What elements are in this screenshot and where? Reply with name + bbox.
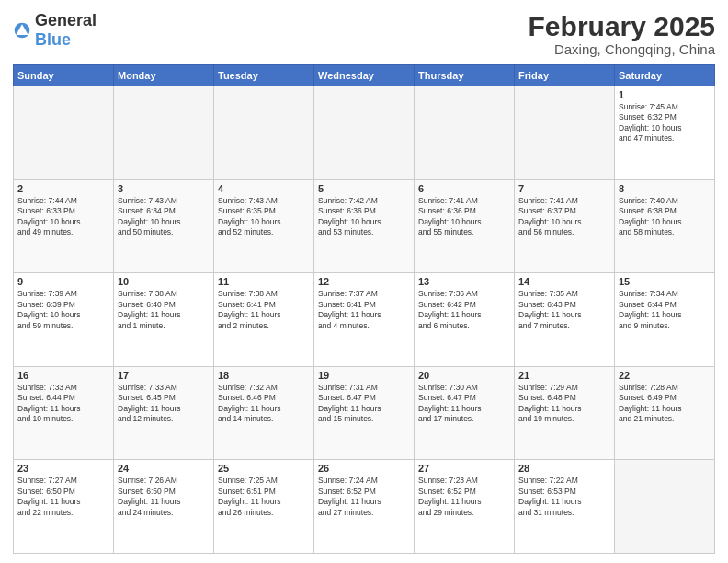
calendar-table: Sunday Monday Tuesday Wednesday Thursday… <box>13 64 715 554</box>
day-number: 26 <box>318 463 410 474</box>
table-row: 8Sunrise: 7:40 AM Sunset: 6:38 PM Daylig… <box>615 179 715 273</box>
day-info: Sunrise: 7:35 AM Sunset: 6:43 PM Dayligh… <box>518 289 610 331</box>
day-number: 16 <box>17 370 109 381</box>
calendar-week-row: 9Sunrise: 7:39 AM Sunset: 6:39 PM Daylig… <box>14 273 715 367</box>
day-number: 24 <box>118 463 210 474</box>
table-row: 7Sunrise: 7:41 AM Sunset: 6:37 PM Daylig… <box>515 179 615 273</box>
table-row: 21Sunrise: 7:29 AM Sunset: 6:48 PM Dayli… <box>515 366 615 460</box>
calendar-week-row: 1Sunrise: 7:45 AM Sunset: 6:32 PM Daylig… <box>14 86 715 180</box>
table-row: 23Sunrise: 7:27 AM Sunset: 6:50 PM Dayli… <box>14 460 114 554</box>
logo-blue: Blue <box>35 30 71 49</box>
day-info: Sunrise: 7:38 AM Sunset: 6:41 PM Dayligh… <box>218 289 310 331</box>
table-row: 25Sunrise: 7:25 AM Sunset: 6:51 PM Dayli… <box>214 460 314 554</box>
day-info: Sunrise: 7:37 AM Sunset: 6:41 PM Dayligh… <box>318 289 410 331</box>
table-row: 22Sunrise: 7:28 AM Sunset: 6:49 PM Dayli… <box>615 366 715 460</box>
col-thursday: Thursday <box>415 65 515 86</box>
logo-general: General <box>35 11 97 29</box>
day-number: 11 <box>218 276 310 287</box>
day-number: 3 <box>118 183 210 194</box>
day-number: 28 <box>518 463 610 474</box>
day-number: 13 <box>418 276 510 287</box>
day-info: Sunrise: 7:43 AM Sunset: 6:35 PM Dayligh… <box>218 196 310 238</box>
day-info: Sunrise: 7:33 AM Sunset: 6:45 PM Dayligh… <box>118 383 210 425</box>
day-number: 12 <box>318 276 410 287</box>
day-info: Sunrise: 7:31 AM Sunset: 6:47 PM Dayligh… <box>318 383 410 425</box>
month-year: February 2025 <box>529 11 715 41</box>
table-row <box>615 460 715 554</box>
day-number: 15 <box>619 276 711 287</box>
day-number: 2 <box>17 183 109 194</box>
table-row: 24Sunrise: 7:26 AM Sunset: 6:50 PM Dayli… <box>114 460 214 554</box>
day-info: Sunrise: 7:29 AM Sunset: 6:48 PM Dayligh… <box>518 383 610 425</box>
table-row: 10Sunrise: 7:38 AM Sunset: 6:40 PM Dayli… <box>114 273 214 367</box>
table-row: 3Sunrise: 7:43 AM Sunset: 6:34 PM Daylig… <box>114 179 214 273</box>
day-info: Sunrise: 7:26 AM Sunset: 6:50 PM Dayligh… <box>118 476 210 518</box>
table-row: 27Sunrise: 7:23 AM Sunset: 6:52 PM Dayli… <box>415 460 515 554</box>
day-number: 23 <box>17 463 109 474</box>
day-info: Sunrise: 7:23 AM Sunset: 6:52 PM Dayligh… <box>418 476 510 518</box>
title-block: February 2025 Daxing, Chongqing, China <box>529 11 715 57</box>
day-info: Sunrise: 7:28 AM Sunset: 6:49 PM Dayligh… <box>619 383 711 425</box>
day-number: 14 <box>518 276 610 287</box>
location: Daxing, Chongqing, China <box>529 41 715 57</box>
day-number: 18 <box>218 370 310 381</box>
day-number: 9 <box>17 276 109 287</box>
table-row: 5Sunrise: 7:42 AM Sunset: 6:36 PM Daylig… <box>314 179 415 273</box>
table-row: 18Sunrise: 7:32 AM Sunset: 6:46 PM Dayli… <box>214 366 314 460</box>
table-row: 1Sunrise: 7:45 AM Sunset: 6:32 PM Daylig… <box>615 86 715 180</box>
page: General Blue February 2025 Daxing, Chong… <box>0 0 728 563</box>
table-row: 12Sunrise: 7:37 AM Sunset: 6:41 PM Dayli… <box>314 273 415 367</box>
day-number: 25 <box>218 463 310 474</box>
logo: General Blue <box>13 11 97 50</box>
table-row: 14Sunrise: 7:35 AM Sunset: 6:43 PM Dayli… <box>515 273 615 367</box>
day-info: Sunrise: 7:39 AM Sunset: 6:39 PM Dayligh… <box>17 289 109 331</box>
table-row <box>114 86 214 180</box>
table-row: 19Sunrise: 7:31 AM Sunset: 6:47 PM Dayli… <box>314 366 415 460</box>
col-friday: Friday <box>515 65 615 86</box>
table-row: 6Sunrise: 7:41 AM Sunset: 6:36 PM Daylig… <box>415 179 515 273</box>
day-info: Sunrise: 7:25 AM Sunset: 6:51 PM Dayligh… <box>218 476 310 518</box>
table-row <box>515 86 615 180</box>
header: General Blue February 2025 Daxing, Chong… <box>13 11 715 57</box>
day-number: 8 <box>619 183 711 194</box>
logo-text: General Blue <box>35 11 97 50</box>
day-number: 4 <box>218 183 310 194</box>
day-number: 1 <box>619 89 711 100</box>
table-row <box>314 86 415 180</box>
day-info: Sunrise: 7:41 AM Sunset: 6:36 PM Dayligh… <box>418 196 510 238</box>
day-info: Sunrise: 7:30 AM Sunset: 6:47 PM Dayligh… <box>418 383 510 425</box>
day-number: 17 <box>118 370 210 381</box>
day-info: Sunrise: 7:40 AM Sunset: 6:38 PM Dayligh… <box>619 196 711 238</box>
day-info: Sunrise: 7:24 AM Sunset: 6:52 PM Dayligh… <box>318 476 410 518</box>
table-row: 11Sunrise: 7:38 AM Sunset: 6:41 PM Dayli… <box>214 273 314 367</box>
day-info: Sunrise: 7:27 AM Sunset: 6:50 PM Dayligh… <box>17 476 109 518</box>
table-row: 9Sunrise: 7:39 AM Sunset: 6:39 PM Daylig… <box>14 273 114 367</box>
calendar-week-row: 2Sunrise: 7:44 AM Sunset: 6:33 PM Daylig… <box>14 179 715 273</box>
table-row: 17Sunrise: 7:33 AM Sunset: 6:45 PM Dayli… <box>114 366 214 460</box>
col-wednesday: Wednesday <box>314 65 415 86</box>
logo-icon <box>13 21 31 40</box>
day-info: Sunrise: 7:45 AM Sunset: 6:32 PM Dayligh… <box>619 102 711 144</box>
day-info: Sunrise: 7:41 AM Sunset: 6:37 PM Dayligh… <box>518 196 610 238</box>
table-row: 15Sunrise: 7:34 AM Sunset: 6:44 PM Dayli… <box>615 273 715 367</box>
table-row <box>14 86 114 180</box>
day-info: Sunrise: 7:34 AM Sunset: 6:44 PM Dayligh… <box>619 289 711 331</box>
day-number: 6 <box>418 183 510 194</box>
day-number: 22 <box>619 370 711 381</box>
day-number: 5 <box>318 183 410 194</box>
col-tuesday: Tuesday <box>214 65 314 86</box>
table-row: 20Sunrise: 7:30 AM Sunset: 6:47 PM Dayli… <box>415 366 515 460</box>
col-sunday: Sunday <box>14 65 114 86</box>
day-number: 20 <box>418 370 510 381</box>
table-row: 2Sunrise: 7:44 AM Sunset: 6:33 PM Daylig… <box>14 179 114 273</box>
day-info: Sunrise: 7:42 AM Sunset: 6:36 PM Dayligh… <box>318 196 410 238</box>
calendar-header-row: Sunday Monday Tuesday Wednesday Thursday… <box>14 65 715 86</box>
day-number: 19 <box>318 370 410 381</box>
day-number: 27 <box>418 463 510 474</box>
day-info: Sunrise: 7:43 AM Sunset: 6:34 PM Dayligh… <box>118 196 210 238</box>
day-info: Sunrise: 7:36 AM Sunset: 6:42 PM Dayligh… <box>418 289 510 331</box>
day-info: Sunrise: 7:38 AM Sunset: 6:40 PM Dayligh… <box>118 289 210 331</box>
calendar-week-row: 23Sunrise: 7:27 AM Sunset: 6:50 PM Dayli… <box>14 460 715 554</box>
col-monday: Monday <box>114 65 214 86</box>
table-row <box>214 86 314 180</box>
